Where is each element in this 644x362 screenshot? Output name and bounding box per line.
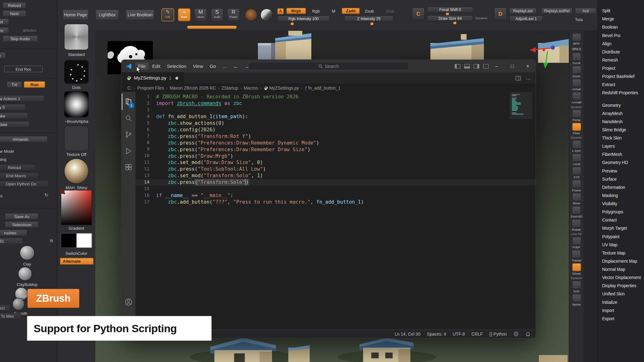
z-intensity-slider[interactable]: Z Intensity 25 <box>344 16 394 22</box>
brush-thumbnail-standard[interactable] <box>64 24 89 50</box>
main-color-swatch[interactable] <box>61 233 76 248</box>
source-control-icon[interactable] <box>122 126 136 143</box>
menu-thick-skin[interactable]: Thick Skin <box>602 134 644 142</box>
rgb-button[interactable]: Rgb <box>312 8 320 14</box>
menu-contact[interactable]: Contact <box>602 216 644 224</box>
code-line[interactable]: 3 <box>136 107 536 113</box>
panel-item-txt[interactable]: Txt <box>7 81 22 88</box>
breadcrumb-maxon-zbrush-2026-rc[interactable]: Maxon ZBrush 2026 RC <box>170 85 216 90</box>
menu-selection[interactable]: Selection <box>164 63 189 70</box>
code-line[interactable]: 6 zbc.config(2026) <box>136 126 536 133</box>
feedback-icon[interactable] <box>514 331 519 337</box>
shelf-local[interactable]: Local <box>572 153 581 166</box>
shelf-move[interactable]: Move <box>572 193 581 205</box>
breadcrumb-fn-add-button-1[interactable]: ƒfn_add_button_1 <box>305 85 341 90</box>
alternate-button[interactable]: Alternate <box>60 258 94 265</box>
minimize-button[interactable]: – <box>489 60 504 72</box>
material-thumbnail[interactable] <box>64 158 89 184</box>
replay-last-rel-button[interactable]: ReplayLastRel <box>541 8 572 14</box>
vscode-titlebar[interactable]: FileEditSelectionViewGo… ← → Search – □ … <box>122 60 536 72</box>
menu-normal-map[interactable]: Normal Map <box>602 265 644 273</box>
menu-displacement-map[interactable]: Displacement Map <box>602 257 644 265</box>
shelf-l-sym[interactable]: L.Sym <box>572 140 581 153</box>
stroke-thumbnail-dots[interactable] <box>64 60 89 84</box>
panel-item-mmands[interactable]: mmands <box>0 136 48 142</box>
shelf-ghost[interactable]: Ghost <box>572 263 581 275</box>
tab-myzsettings[interactable]: MyZSettings.py 1 <box>122 72 184 84</box>
menu-distribute[interactable]: Distribute <box>602 48 644 56</box>
replay-icon[interactable]: D <box>494 8 507 20</box>
toggle-sidebar-icon[interactable] <box>455 64 460 68</box>
menu-import[interactable]: Import <box>602 306 644 314</box>
menu-nanomesh[interactable]: NanoMesh <box>602 118 644 126</box>
menu-masking[interactable]: Masking <box>602 191 644 200</box>
tool-edit[interactable]: ✎Edit <box>161 8 174 21</box>
menu-geometry-hd[interactable]: Geometry HD <box>602 158 644 167</box>
shelf-zoom3d[interactable]: Zoom3D <box>570 206 582 218</box>
menu-project[interactable]: Project <box>602 64 644 72</box>
menu-project-basrelief[interactable]: Project BasRelief <box>602 72 644 80</box>
tool-draw[interactable]: +Draw <box>178 8 191 21</box>
menu-remesh[interactable]: Remesh <box>602 56 644 64</box>
menu-uv-map[interactable]: UV Map <box>602 240 644 249</box>
panel-item-roke[interactable]: roke <box>0 112 28 119</box>
slider-handle[interactable] <box>453 22 456 24</box>
menu-fibermesh[interactable]: FiberMesh <box>602 150 644 158</box>
panel-item-odate[interactable]: odate <box>0 121 30 128</box>
vscode-window[interactable]: FileEditSelectionViewGo… ← → Search – □ … <box>121 59 536 338</box>
menu-slime-bridge[interactable]: Slime Bridge <box>602 126 644 134</box>
menu-texture-map[interactable]: Texture Map <box>602 249 644 257</box>
menu-export[interactable]: Export <box>602 314 644 322</box>
menu-extract[interactable]: Extract <box>602 80 644 89</box>
menu-display-properties[interactable]: Display Properties <box>602 282 644 290</box>
shelf-persp[interactable]: Persp <box>572 110 581 122</box>
customize-layout-icon[interactable] <box>483 64 489 68</box>
menu-go[interactable]: Go <box>207 63 219 70</box>
panel-item-rushes[interactable]: rushes <box>0 229 27 236</box>
menu-polypaint[interactable]: Polypaint <box>602 232 644 240</box>
anchor-toggle[interactable]: A <box>277 8 284 14</box>
nav-back-button[interactable]: ← <box>233 63 239 69</box>
code-line[interactable]: 14 zbc.press("Transform:Solo") <box>136 179 536 185</box>
menu-redshift-properties[interactable]: Redshift Properties <box>602 89 644 97</box>
menu-polygroups[interactable]: Polygroups <box>602 208 644 216</box>
stroke-curve-icon[interactable]: C <box>412 8 425 20</box>
menu-item[interactable]: … <box>219 63 230 70</box>
panel-item-reload[interactable]: Reload <box>0 164 35 171</box>
slider-handle[interactable] <box>446 13 449 15</box>
shelf-frame[interactable]: Frame <box>572 180 581 192</box>
notifications-bell-icon[interactable] <box>525 331 531 337</box>
tool-rotate[interactable]: RRotate <box>227 8 240 21</box>
mrgb-button[interactable]: Mrgb <box>286 8 306 14</box>
panel-item-reload[interactable]: Reload <box>3 2 26 9</box>
menu-split[interactable]: Split <box>602 7 644 15</box>
status-spaces-4[interactable]: Spaces: 4 <box>427 332 446 337</box>
replay-last-button[interactable]: ReplayLast <box>509 8 536 14</box>
breadcrumb-zstartup[interactable]: ZStartup <box>222 85 238 90</box>
shelf-actual[interactable]: Actual <box>572 79 581 91</box>
menu-morph-target[interactable]: Morph Target <box>602 224 644 232</box>
menu-view[interactable]: View <box>190 63 206 70</box>
zadd-button[interactable]: Zadd <box>342 8 360 14</box>
panel-item-ay-0[interactable]: ay 0 <box>0 104 25 110</box>
shelf-xyz[interactable]: XYZ <box>572 167 581 179</box>
menu-surface[interactable]: Surface <box>602 175 644 183</box>
menu-bevel-pro[interactable]: Bevel Pro <box>602 31 644 39</box>
focal-shift-slider[interactable]: Focal Shift 0 <box>427 7 473 13</box>
panel-item-end-rec[interactable]: End Rec <box>4 66 43 72</box>
code-line[interactable]: 8 zbc.press("Preferences:Draw:Remember D… <box>136 140 536 146</box>
menu-arraymesh[interactable]: ArrayMesh <box>602 109 644 117</box>
status-ln-14-col-30[interactable]: Ln 14, Col 30 <box>395 332 420 337</box>
code-line[interactable]: 2import zbrush.commands as zbc <box>136 100 536 107</box>
secondary-color-swatch[interactable] <box>76 233 92 248</box>
panel-item-181[interactable]: 181 <box>0 238 23 244</box>
panel-item-item[interactable] <box>18 267 32 281</box>
shelf-xpose[interactable]: Xpose <box>572 294 581 306</box>
breadcrumb-myzsettings-py[interactable]: MyZSettings.py <box>264 85 299 90</box>
panel-item-to-mes[interactable]: To Mes <box>0 313 21 319</box>
extensions-icon[interactable] <box>122 159 136 176</box>
rgb-intensity-slider[interactable]: Rgb Intensity 100 <box>277 16 330 22</box>
menu-preview[interactable]: Preview <box>602 167 644 175</box>
m-button[interactable]: M <box>332 8 335 14</box>
nav-live-boolean[interactable]: Live Boolean <box>126 9 154 20</box>
